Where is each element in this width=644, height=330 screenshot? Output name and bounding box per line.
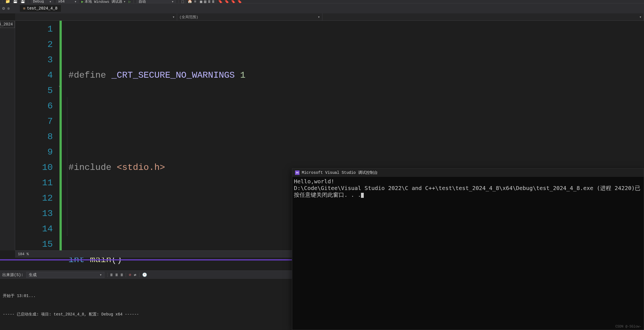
output-tool-icon[interactable]: ≣ — [110, 272, 113, 277]
main-toolbar: 📁 💾 💾 Debug▾ x64▾ ▶本地 Windows 调试器▾ ▷ 自动▾… — [0, 0, 644, 3]
indent-icon[interactable]: ≣ — [208, 0, 210, 3]
line-number: 6 — [15, 98, 53, 114]
line-number: 13 — [15, 206, 53, 221]
file-tab-label: test_2024_4_8 — [27, 6, 58, 11]
solution-explorer-sidebar: 2024_4_8 — [0, 21, 15, 250]
bookmark-icon[interactable]: 🔖 — [237, 0, 242, 3]
tool-icon[interactable]: ▦ — [200, 0, 202, 3]
sidebar-item-project[interactable]: 2024_4_8 — [0, 21, 15, 28]
folder-icon[interactable]: 📁 — [5, 0, 10, 3]
line-number: 11 — [15, 175, 53, 191]
line-number: 3 — [15, 52, 53, 68]
tool-icon[interactable]: 🏠 — [187, 0, 192, 3]
line-number: 15 — [15, 237, 53, 252]
config-dropdown[interactable]: Debug▾ — [31, 0, 53, 3]
gear-icon[interactable]: ⚙ — [2, 6, 5, 11]
line-number: 5 — [15, 83, 53, 98]
fold-arrow-icon[interactable]: ˅ — [58, 85, 61, 91]
line-number: 2 — [15, 37, 53, 52]
bookmark-icon[interactable]: 🔖 — [231, 0, 236, 3]
gear-icon[interactable]: ✲ — [7, 6, 10, 11]
line-number: 7 — [15, 114, 53, 129]
auto-dropdown[interactable]: 自动▾ — [137, 0, 176, 3]
vs-icon: ⋈ — [295, 170, 300, 175]
save-icon[interactable]: 💾 — [13, 0, 18, 3]
nav-function-dropdown[interactable]: (全局范围)▾ — [177, 13, 322, 20]
line-number: 8 — [15, 129, 53, 144]
output-tool-icon[interactable]: ⇄ — [134, 272, 136, 277]
output-tool-icon[interactable]: ⊘ — [129, 272, 131, 277]
line-number: 1 — [15, 22, 53, 37]
output-tool-icon[interactable]: ≣ — [115, 272, 118, 277]
save-all-icon[interactable]: 💾 — [20, 0, 25, 3]
debug-console-window[interactable]: ⋈ Microsoft Visual Studio 调试控制台 Hello,wo… — [292, 168, 644, 330]
c-file-icon: ⊞ — [23, 6, 25, 11]
tool-icon[interactable]: ⬚ — [182, 0, 184, 3]
bookmark-icon[interactable]: 🔖 — [218, 0, 223, 3]
tool-icon[interactable]: ▥ — [204, 0, 206, 3]
watermark: CSDN @-SGlow- — [615, 325, 641, 329]
bookmark-icon[interactable]: 🔖 — [224, 0, 229, 3]
console-output: Hello,world! D:\Code\Gitee\Visual Studio… — [292, 177, 644, 199]
tool-icon[interactable]: ≡ — [194, 0, 196, 3]
start-debug-button[interactable]: ▶本地 Windows 调试器▾ — [81, 0, 126, 3]
output-source-dropdown[interactable]: 生成▾ — [26, 272, 104, 278]
line-number: 10 — [15, 160, 53, 175]
platform-dropdown[interactable]: x64▾ — [56, 0, 79, 3]
outdent-icon[interactable]: ≣ — [212, 0, 214, 3]
nav-dropdown[interactable]: ▾ — [322, 13, 644, 20]
line-number: 12 — [15, 191, 53, 206]
file-tab-active[interactable]: ⊞ test_2024_4_8 — [20, 5, 61, 12]
nav-scope-dropdown[interactable]: ▾ — [15, 13, 177, 20]
console-titlebar[interactable]: ⋈ Microsoft Visual Studio 调试控制台 — [292, 168, 644, 177]
line-number: 9 — [15, 144, 53, 160]
line-gutter: 1 2 3 4 5 6 7 8 9 10 11 12 13 14 15 — [15, 21, 58, 250]
line-number: 14 — [15, 221, 53, 237]
output-tool-icon[interactable]: ≣ — [120, 272, 123, 277]
navigation-bar: ▾ (全局范围)▾ ▾ — [15, 13, 644, 21]
code-fold-bar: ˅ — [58, 21, 63, 250]
clock-icon[interactable]: 🕐 — [142, 272, 147, 277]
output-source-label: 出来源(S): — [2, 272, 23, 277]
tab-bar: ⚙ ✲ ⊞ test_2024_4_8 — [0, 3, 644, 13]
console-title: Microsoft Visual Studio 调试控制台 — [302, 170, 378, 175]
start-without-debug-icon[interactable]: ▷ — [129, 0, 131, 3]
zoom-level[interactable]: 184 % — [18, 252, 29, 256]
line-number: 4 — [15, 68, 53, 83]
